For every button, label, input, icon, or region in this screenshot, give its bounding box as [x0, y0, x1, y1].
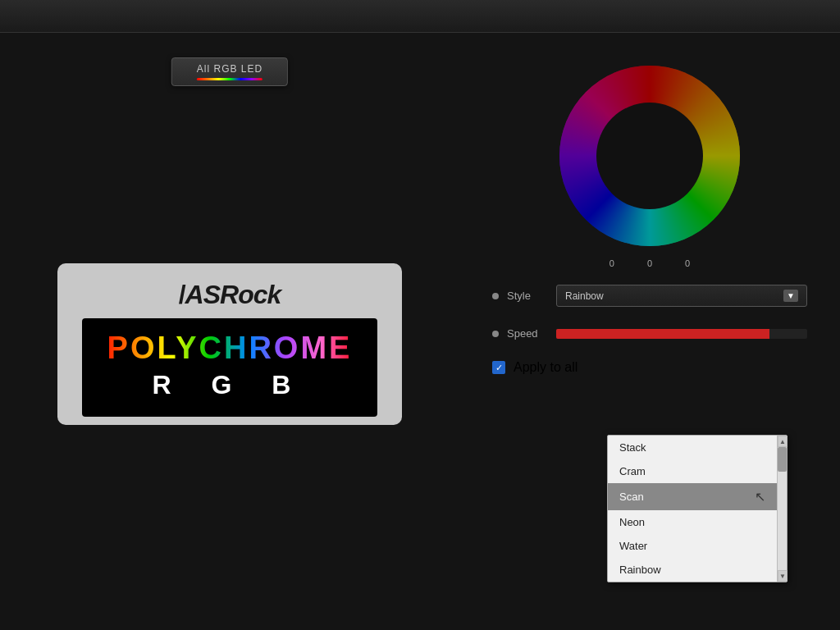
color-wheel[interactable]: [559, 66, 740, 246]
main-content: All RGB LED /ASRock POLYCHROME R G B 0 0: [0, 33, 840, 630]
dropdown-item-rainbow[interactable]: Rainbow: [608, 558, 777, 582]
cursor-icon: ↖: [755, 489, 765, 504]
polychrome-box: POLYCHROME R G B: [82, 318, 377, 417]
speed-bar-fill: [556, 329, 769, 339]
apply-row: ✓ Apply to all: [476, 360, 824, 375]
dropdown-item-stack[interactable]: Stack: [608, 436, 777, 459]
dropdown-scrollbar[interactable]: ▲ ▼: [777, 436, 787, 582]
asrock-brand-name: /ASRock: [179, 280, 281, 310]
apply-checkbox[interactable]: ✓: [492, 361, 505, 374]
speed-bar[interactable]: [556, 329, 807, 339]
all-rgb-led-button[interactable]: All RGB LED: [171, 57, 288, 86]
style-dot: [492, 293, 499, 299]
style-dropdown-menu: Stack Cram Scan ↖ Neon Water Rainbow ▲: [607, 435, 788, 582]
rgb-label: R G B: [98, 370, 361, 400]
color-wheel-inner: [596, 103, 703, 209]
style-row: Style Rainbow ▼: [476, 285, 824, 307]
dropdown-item-neon[interactable]: Neon: [608, 510, 777, 534]
dropdown-item-cram[interactable]: Cram: [608, 459, 777, 483]
speed-label: Speed: [507, 327, 556, 340]
style-label: Style: [507, 290, 556, 302]
color-wheel-container[interactable]: [559, 66, 740, 246]
scroll-up-arrow[interactable]: ▲: [778, 436, 788, 447]
speed-dot: [492, 331, 499, 337]
apply-label: Apply to all: [514, 360, 578, 375]
dropdown-item-water[interactable]: Water: [608, 534, 777, 558]
r-value: 0: [609, 258, 614, 268]
dropdown-item-scan[interactable]: Scan ↖: [608, 483, 777, 510]
polychrome-label: POLYCHROME: [98, 331, 361, 366]
asrock-logo-box: /ASRock POLYCHROME R G B: [57, 263, 402, 425]
scrollbar-thumb[interactable]: [778, 447, 787, 472]
values-row: 0 0 0: [609, 258, 690, 268]
top-bar: [0, 0, 840, 33]
speed-row: Speed: [476, 327, 824, 340]
g-value: 0: [647, 258, 652, 268]
dropdown-arrow-icon: ▼: [783, 290, 798, 302]
b-value: 0: [685, 258, 690, 268]
style-dropdown-button[interactable]: Rainbow ▼: [556, 285, 807, 307]
style-current-value: Rainbow: [565, 290, 604, 302]
all-rgb-led-label: All RGB LED: [197, 63, 262, 75]
scroll-down-arrow[interactable]: ▼: [778, 570, 788, 582]
left-panel: All RGB LED /ASRock POLYCHROME R G B: [0, 33, 459, 630]
